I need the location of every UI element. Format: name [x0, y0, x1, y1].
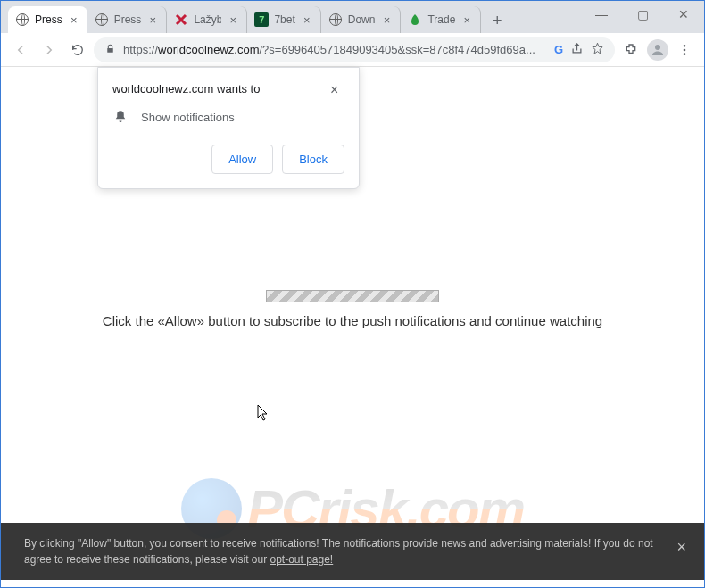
- url-text: https://worldcoolnewz.com/?s=69964057184…: [123, 43, 547, 56]
- x-red-icon: [174, 12, 188, 27]
- close-icon[interactable]: ×: [146, 13, 159, 26]
- tab-down[interactable]: Down ×: [321, 6, 402, 33]
- globe-icon: [15, 12, 29, 27]
- leaf-icon: [408, 12, 422, 27]
- globe-icon: [95, 12, 109, 27]
- fake-progress-bar: [266, 290, 439, 302]
- back-button[interactable]: [8, 37, 33, 62]
- content-area: worldcoolnewz.com wants to × Show notifi…: [1, 67, 704, 580]
- prompt-close-button[interactable]: ×: [330, 82, 344, 96]
- browser-window: — ▢ ✕ Press × Press × Lažyb × 7 7bet × D…: [0, 0, 705, 588]
- new-tab-button[interactable]: +: [485, 8, 510, 33]
- svg-point-1: [655, 45, 660, 50]
- address-bar[interactable]: https://worldcoolnewz.com/?s=69964057184…: [94, 37, 615, 62]
- allow-button[interactable]: Allow: [212, 145, 273, 174]
- notification-permission-prompt: worldcoolnewz.com wants to × Show notifi…: [97, 67, 360, 189]
- bell-icon: [112, 109, 129, 125]
- tab-title: Press: [114, 13, 142, 26]
- globe-icon: [328, 12, 343, 27]
- extensions-button[interactable]: [618, 37, 643, 62]
- profile-avatar[interactable]: [647, 39, 668, 61]
- tab-title: Lažyb: [194, 13, 221, 26]
- menu-button[interactable]: [672, 37, 697, 62]
- close-icon[interactable]: ×: [68, 13, 80, 26]
- cursor-icon: [257, 404, 270, 422]
- svg-point-4: [684, 53, 686, 55]
- block-button[interactable]: Block: [282, 145, 344, 174]
- tab-7bet[interactable]: 7 7bet ×: [247, 6, 320, 33]
- tab-title: Press: [35, 13, 62, 26]
- prompt-request-text: Show notifications: [141, 111, 235, 124]
- page-message: Click the «Allow» button to subscribe to…: [1, 313, 704, 328]
- reload-button[interactable]: [65, 37, 90, 62]
- consent-close-button[interactable]: ×: [676, 535, 686, 559]
- seven-icon: 7: [254, 12, 269, 27]
- minimize-button[interactable]: —: [581, 1, 622, 28]
- tab-lazyb[interactable]: Lažyb ×: [167, 6, 247, 33]
- prompt-title: worldcoolnewz.com wants to: [112, 82, 260, 95]
- tab-title: Trade: [427, 13, 455, 26]
- window-controls: — ▢ ✕: [581, 1, 704, 28]
- window-close-button[interactable]: ✕: [663, 1, 704, 28]
- svg-point-3: [684, 48, 686, 51]
- tab-title: 7bet: [274, 13, 294, 26]
- share-icon[interactable]: [570, 42, 584, 58]
- forward-button[interactable]: [37, 37, 62, 62]
- google-search-icon[interactable]: G: [554, 43, 563, 56]
- toolbar: https://worldcoolnewz.com/?s=69964057184…: [1, 33, 704, 67]
- close-icon[interactable]: ×: [380, 13, 393, 26]
- opt-out-link[interactable]: opt-out page!: [270, 553, 333, 566]
- tab-press-2[interactable]: Press ×: [87, 6, 168, 33]
- bookmark-star-icon[interactable]: [591, 42, 604, 58]
- consent-banner: By clicking "Allow" button, you consent …: [1, 523, 704, 580]
- lock-icon: [104, 43, 116, 57]
- consent-text: By clicking "Allow" button, you consent …: [24, 537, 653, 566]
- tab-press-active[interactable]: Press ×: [8, 6, 87, 33]
- svg-rect-0: [107, 47, 113, 52]
- close-icon[interactable]: ×: [460, 13, 473, 26]
- svg-point-2: [684, 45, 686, 47]
- tab-trade[interactable]: Trade ×: [401, 6, 481, 33]
- tab-title: Down: [348, 13, 376, 26]
- close-icon[interactable]: ×: [301, 13, 313, 26]
- close-icon[interactable]: ×: [227, 13, 239, 26]
- maximize-button[interactable]: ▢: [622, 1, 663, 28]
